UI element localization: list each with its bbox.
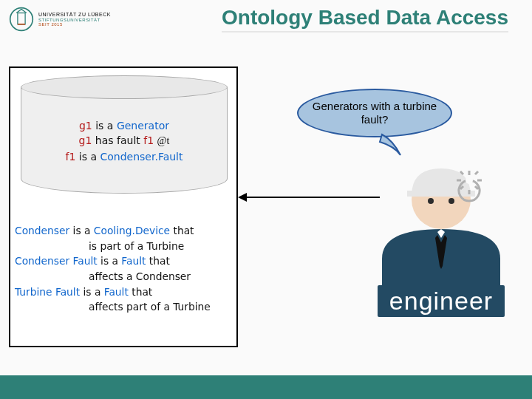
crest-icon bbox=[9, 7, 34, 32]
def-that: that bbox=[149, 255, 170, 267]
query-speech-bubble: Generators with a turbine fault? bbox=[297, 89, 452, 137]
object: Condenser.Fault bbox=[100, 151, 183, 163]
triple-row: g1 is a Generator bbox=[21, 118, 228, 133]
definition-row: Condenser Fault is a Fault that affects … bbox=[15, 253, 232, 284]
header: UNIVERSITÄT ZU LÜBECK STIFTUNGSUNIVERSIT… bbox=[0, 0, 532, 33]
ontology-definitions: Condenser is a Cooling.Device that is pa… bbox=[15, 223, 232, 315]
database-cylinder: g1 is a Generator g1 has fault f1 @t f1 … bbox=[21, 75, 228, 194]
time-annotation: @t bbox=[157, 135, 170, 146]
svg-point-0 bbox=[10, 8, 33, 31]
triple-row: f1 is a Condenser.Fault bbox=[21, 149, 228, 164]
def-object: Fault bbox=[104, 286, 129, 298]
def-that: that bbox=[173, 225, 194, 236]
def-subject: Turbine Fault bbox=[15, 286, 80, 298]
def-tail: is part of a Turbine bbox=[15, 239, 232, 254]
svg-point-6 bbox=[449, 198, 454, 204]
object: f1 bbox=[143, 134, 154, 146]
footer-bar bbox=[0, 375, 532, 399]
diagram-stage: g1 is a Generator g1 has fault f1 @t f1 … bbox=[9, 66, 523, 362]
def-object: Fault bbox=[121, 255, 146, 267]
subject: f1 bbox=[66, 151, 76, 163]
engineer-icon bbox=[367, 155, 515, 288]
predicate: is a bbox=[95, 120, 113, 132]
engineer-label: engineer bbox=[378, 285, 505, 317]
svg-point-7 bbox=[466, 177, 473, 184]
def-object: Cooling.Device bbox=[94, 225, 170, 236]
def-that: that bbox=[132, 286, 152, 298]
svg-rect-1 bbox=[18, 13, 25, 24]
uni-subline2: SEIT 2015 bbox=[38, 22, 111, 27]
definition-row: Condenser is a Cooling.Device that is pa… bbox=[15, 223, 232, 253]
definition-row: Turbine Fault is a Fault that affects pa… bbox=[15, 284, 232, 315]
engineer-figure: engineer bbox=[356, 155, 526, 317]
def-tail: affects a Condenser bbox=[15, 269, 232, 284]
def-subject: Condenser Fault bbox=[15, 255, 98, 267]
predicate: has fault bbox=[95, 134, 140, 146]
subject: g1 bbox=[79, 134, 92, 146]
predicate: is a bbox=[79, 151, 97, 163]
cylinder-top bbox=[21, 75, 228, 99]
svg-point-5 bbox=[428, 198, 434, 204]
page-title: Ontology Based Data Access bbox=[222, 6, 508, 33]
def-subject: Condenser bbox=[15, 225, 69, 236]
def-tail: affects part of a Turbine bbox=[15, 299, 232, 315]
university-logo: UNIVERSITÄT ZU LÜBECK STIFTUNGSUNIVERSIT… bbox=[9, 7, 111, 32]
uni-name-line: UNIVERSITÄT ZU LÜBECK bbox=[38, 12, 111, 17]
knowledge-box: g1 is a Generator g1 has fault f1 @t f1 … bbox=[9, 66, 238, 347]
def-predicate: is a bbox=[100, 255, 118, 267]
triple-row: g1 has fault f1 @t bbox=[21, 133, 228, 149]
def-predicate: is a bbox=[73, 225, 91, 236]
object: Generator bbox=[117, 120, 169, 132]
instance-triples: g1 is a Generator g1 has fault f1 @t f1 … bbox=[21, 118, 228, 164]
subject: g1 bbox=[79, 120, 92, 132]
def-predicate: is a bbox=[83, 286, 100, 298]
query-text: Generators with a turbine fault? bbox=[312, 100, 437, 126]
svg-rect-4 bbox=[407, 191, 475, 197]
university-name: UNIVERSITÄT ZU LÜBECK STIFTUNGSUNIVERSIT… bbox=[38, 12, 111, 27]
